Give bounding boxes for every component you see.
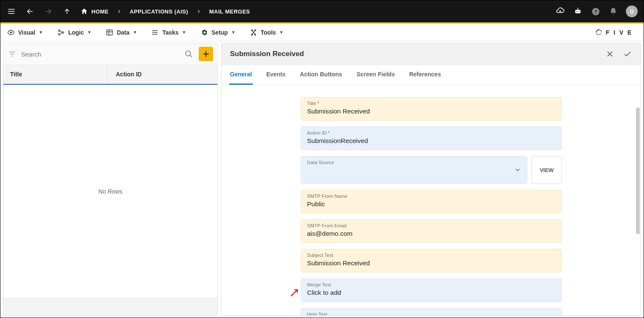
col-action-id[interactable]: Action ID: [107, 71, 211, 78]
breadcrumb-mailmerges-label: MAIL MERGES: [209, 8, 250, 15]
menu-visual[interactable]: Visual▼: [7, 29, 43, 36]
annotation-arrow-icon: [290, 288, 300, 298]
bot-icon[interactable]: [573, 6, 583, 16]
field-title-label: Title *: [307, 101, 556, 106]
svg-point-6: [10, 31, 12, 33]
caret-down-icon: ▼: [87, 30, 91, 35]
field-subject-text[interactable]: Subject Text Submission Received: [301, 249, 562, 272]
svg-point-8: [59, 33, 60, 35]
table-head: Title Action ID: [3, 65, 217, 84]
back-icon[interactable]: [25, 6, 35, 16]
search-input[interactable]: [21, 51, 179, 58]
menu-setup[interactable]: Setup▼: [200, 29, 235, 36]
menu-tasks-label: Tasks: [162, 29, 179, 36]
detail-actions: [605, 49, 632, 59]
breadcrumb-home[interactable]: HOME: [80, 8, 109, 15]
field-help-text-label: Help Text: [307, 312, 556, 315]
topbar-left: HOME APPLICATIONS (AIS) MAIL MERGES: [6, 6, 250, 16]
field-action-id[interactable]: Action ID * SubmissionReceived: [301, 127, 562, 150]
menu-setup-label: Setup: [211, 29, 228, 36]
up-icon[interactable]: [62, 6, 72, 16]
save-check-icon[interactable]: [623, 49, 632, 59]
caret-down-icon: ▼: [39, 30, 43, 35]
chevron-right-icon: [117, 9, 121, 13]
svg-point-9: [62, 32, 64, 33]
caret-down-icon: ▼: [133, 30, 137, 35]
field-data-source-value: [307, 167, 521, 175]
close-icon[interactable]: [605, 49, 615, 59]
field-data-source-label: Data Source: [307, 160, 521, 165]
svg-point-11: [251, 30, 253, 31]
tab-action-buttons[interactable]: Action Buttons: [299, 65, 343, 85]
left-pane: Title Action ID No Rows: [3, 43, 218, 316]
field-title[interactable]: Title * Submission Received: [301, 97, 562, 121]
detail-header: Submission Received: [222, 43, 641, 65]
breadcrumb-mailmerges[interactable]: MAIL MERGES: [209, 8, 250, 15]
avatar-letter: D: [630, 8, 633, 15]
svg-text:?: ?: [594, 9, 597, 14]
tab-general[interactable]: General: [229, 65, 253, 85]
svg-point-3: [577, 8, 578, 8]
avatar[interactable]: D: [626, 5, 638, 17]
field-data-source[interactable]: Data Source: [301, 156, 527, 184]
cloud-sync-icon[interactable]: [555, 6, 565, 16]
caret-down-icon: ▼: [231, 30, 235, 35]
field-smtp-from-name[interactable]: SMTP From Name Public: [301, 190, 562, 213]
caret-down-icon: ▼: [182, 30, 186, 35]
svg-point-2: [579, 11, 580, 12]
logo-text: F I V E: [606, 29, 633, 36]
breadcrumb: HOME APPLICATIONS (AIS) MAIL MERGES: [80, 8, 250, 15]
svg-rect-0: [575, 10, 581, 13]
add-button[interactable]: [199, 47, 213, 61]
tab-screen-fields[interactable]: Screen Fields: [355, 65, 395, 85]
search-icon[interactable]: [183, 49, 195, 59]
field-merge-text[interactable]: Merge Text Click to add: [301, 278, 562, 302]
field-subject-text-label: Subject Text: [307, 253, 556, 258]
right-pane: Submission Received General Events Actio…: [221, 43, 641, 316]
scrollbar-thumb[interactable]: [636, 108, 640, 234]
tab-references[interactable]: References: [408, 65, 442, 85]
menu-tools-label: Tools: [261, 29, 276, 36]
field-subject-text-value: Submission Received: [307, 259, 556, 268]
search-row: [3, 43, 217, 65]
form-scroll[interactable]: Title * Submission Received Action ID * …: [222, 85, 641, 315]
menu-tools[interactable]: Tools▼: [250, 29, 283, 36]
breadcrumb-applications[interactable]: APPLICATIONS (AIS): [130, 8, 188, 15]
svg-point-14: [254, 34, 256, 35]
chevron-down-icon: [514, 167, 521, 173]
field-smtp-from-name-value: Public: [307, 200, 556, 209]
help-icon[interactable]: ?: [591, 6, 601, 16]
topbar-right: ? D: [555, 5, 638, 17]
svg-point-15: [186, 51, 191, 56]
menu-icon[interactable]: [6, 6, 16, 16]
main: Title Action ID No Rows Submission Recei…: [0, 41, 644, 318]
field-smtp-from-email-label: SMTP From Email: [307, 223, 556, 228]
menu-data[interactable]: Data▼: [106, 29, 137, 36]
view-button[interactable]: VIEW: [532, 156, 562, 184]
no-rows-label: No Rows: [3, 85, 217, 298]
bell-icon[interactable]: [608, 6, 618, 16]
tabs: General Events Action Buttons Screen Fie…: [222, 65, 641, 85]
field-title-value: Submission Received: [307, 108, 556, 116]
detail-title: Submission Received: [230, 50, 304, 58]
field-help-text[interactable]: Help Text Click to add: [301, 308, 562, 315]
caret-down-icon: ▼: [279, 30, 283, 35]
menu-visual-label: Visual: [18, 29, 35, 36]
col-title[interactable]: Title: [10, 71, 107, 78]
field-smtp-from-email-value: ais@demo.com: [307, 230, 556, 238]
breadcrumb-applications-label: APPLICATIONS (AIS): [130, 8, 188, 15]
menu-tasks[interactable]: Tasks▼: [151, 29, 186, 36]
chevron-right-icon: [197, 9, 201, 13]
svg-rect-10: [107, 30, 112, 35]
menubar: Visual▼ Logic▼ Data▼ Tasks▼ Setup▼ Tools…: [0, 24, 644, 41]
logo-mark-icon: [595, 28, 603, 37]
svg-point-1: [576, 11, 577, 12]
filter-icon[interactable]: [8, 50, 17, 58]
tab-events[interactable]: Events: [265, 65, 286, 85]
topbar: HOME APPLICATIONS (AIS) MAIL MERGES ?: [0, 0, 644, 22]
menu-logic[interactable]: Logic▼: [57, 29, 91, 36]
menu-data-label: Data: [117, 29, 129, 36]
field-smtp-from-name-label: SMTP From Name: [307, 194, 556, 199]
field-smtp-from-email[interactable]: SMTP From Email ais@demo.com: [301, 219, 562, 243]
field-action-id-value: SubmissionReceived: [307, 137, 556, 146]
